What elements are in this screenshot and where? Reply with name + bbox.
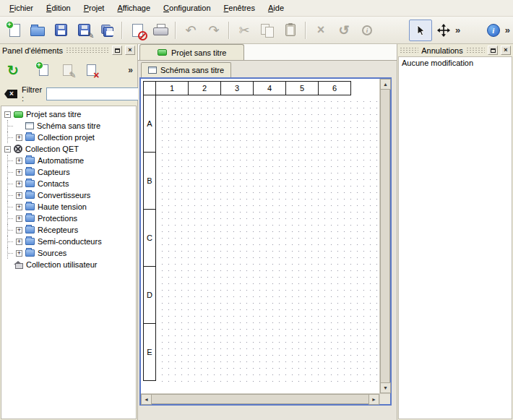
redo-button[interactable]	[202, 20, 225, 41]
save-button[interactable]	[49, 20, 72, 41]
paste-button[interactable]	[279, 20, 302, 41]
row-header: B	[143, 152, 156, 210]
toolbar-separator	[175, 22, 176, 39]
tree-item-haute-tension[interactable]: Haute tension	[1, 201, 136, 213]
horizontal-scroll-thumb[interactable]	[151, 394, 369, 404]
menu-fichier[interactable]: Fichier	[3, 1, 40, 14]
column-header: 1	[155, 81, 189, 95]
delete-button[interactable]	[309, 20, 332, 41]
tree-item-semi-conducteurs[interactable]: Semi-conducteurs	[1, 236, 136, 247]
copy-button[interactable]	[256, 20, 279, 41]
folder-icon	[25, 134, 35, 141]
tab-projet-sans-titre[interactable]: Projet sans titre	[139, 44, 244, 60]
expand-expander-icon[interactable]	[16, 169, 22, 176]
new-project-button[interactable]	[3, 20, 26, 41]
save-icon	[55, 24, 67, 36]
elements-panel-titlebar[interactable]: Panel d'éléments	[0, 44, 137, 56]
collapse-expander-icon[interactable]	[4, 146, 11, 153]
tree-item-contacts[interactable]: Contacts	[1, 178, 136, 189]
float-icon	[491, 48, 496, 53]
new-element-button[interactable]	[33, 60, 53, 80]
tree-item-protections[interactable]: Protections	[1, 213, 136, 224]
float-dock-button[interactable]	[112, 46, 122, 55]
select-mode-button[interactable]	[409, 20, 432, 41]
menu-affichage[interactable]: Affichage	[111, 1, 157, 14]
panel-extension-chevron[interactable]: »	[128, 65, 134, 75]
close-project-button[interactable]	[126, 20, 149, 41]
diagram-view[interactable]: 1 2 3 4 5 6 A B C D E	[141, 79, 379, 393]
undo-panel-titlebar[interactable]: Annulations	[397, 44, 513, 56]
cut-button[interactable]	[233, 20, 256, 41]
scroll-down-button[interactable]: ▼	[380, 382, 391, 393]
scroll-left-button[interactable]: ◄	[141, 394, 152, 405]
expand-expander-icon[interactable]	[16, 239, 22, 245]
tree-item-collection-qet[interactable]: Collection QET	[1, 143, 136, 155]
scroll-right-button[interactable]: ►	[368, 394, 379, 405]
tree-item-capteurs[interactable]: Capteurs	[1, 166, 136, 178]
close-dock-button[interactable]	[125, 46, 135, 55]
expand-expander-icon[interactable]	[16, 204, 22, 210]
collapse-expander-icon[interactable]	[4, 111, 11, 118]
tree-item-collection-projet[interactable]: Collection projet	[1, 132, 136, 143]
filter-label: Filtrer :	[22, 85, 42, 103]
schema-icon	[25, 122, 34, 129]
delete-x-icon	[317, 22, 325, 38]
vertical-scroll-thumb[interactable]	[380, 89, 390, 383]
save-as-button[interactable]	[72, 20, 95, 41]
undo-panel-dock: Annulations Aucune modification	[397, 44, 513, 420]
toolbar-extension-chevron-right[interactable]: »	[505, 25, 510, 35]
dock-grip[interactable]	[400, 47, 418, 53]
undo-button[interactable]	[179, 20, 202, 41]
save-all-button[interactable]	[95, 20, 118, 41]
edit-element-button[interactable]	[57, 60, 77, 80]
delete-element-button[interactable]	[81, 60, 101, 80]
dock-grip[interactable]	[466, 47, 485, 53]
folder-icon	[25, 168, 35, 176]
expand-expander-icon[interactable]	[16, 250, 22, 257]
expand-expander-icon[interactable]	[16, 227, 22, 233]
open-project-button[interactable]	[26, 20, 49, 41]
reload-collections-button[interactable]	[3, 60, 23, 80]
home-icon	[14, 261, 23, 269]
paste-icon	[285, 24, 296, 36]
expand-expander-icon[interactable]	[16, 181, 22, 187]
menu-edition[interactable]: Édition	[40, 1, 77, 14]
tree-item-sources[interactable]: Sources	[1, 247, 136, 259]
list-item[interactable]: Aucune modification	[399, 57, 512, 69]
print-button[interactable]	[149, 20, 172, 41]
toolbar-extension-chevron[interactable]: »	[455, 25, 460, 35]
element-info-button[interactable]	[355, 20, 379, 41]
tab-schema-sans-titre[interactable]: Schéma sans titre	[141, 62, 231, 77]
menu-projet[interactable]: Projet	[77, 1, 111, 14]
diagram-grid-paper[interactable]	[156, 95, 379, 385]
close-dock-button[interactable]	[501, 46, 511, 55]
clear-filter-icon[interactable]	[4, 90, 17, 98]
folder-icon	[25, 226, 35, 233]
folder-icon	[25, 192, 35, 199]
dock-grip[interactable]	[66, 47, 109, 53]
expand-expander-icon[interactable]	[16, 192, 22, 199]
horizontal-scrollbar[interactable]: ◄ ►	[141, 393, 379, 404]
menu-aide[interactable]: Aide	[262, 1, 290, 14]
tree-item-convertisseurs[interactable]: Convertisseurs	[1, 189, 136, 201]
folder-icon	[25, 215, 35, 222]
expand-expander-icon[interactable]	[16, 215, 22, 222]
column-header: 6	[318, 81, 351, 95]
expand-expander-icon[interactable]	[16, 134, 22, 141]
tree-item-recepteurs[interactable]: Récepteurs	[1, 224, 136, 236]
pan-mode-button[interactable]	[432, 20, 455, 41]
tree-item-automatisme[interactable]: Automatisme	[1, 155, 136, 166]
rotate-button[interactable]	[332, 20, 355, 41]
menu-configuration[interactable]: Configuration	[157, 1, 217, 14]
close-icon	[504, 47, 507, 53]
expand-expander-icon[interactable]	[16, 158, 22, 164]
tree-item-collection-utilisateur[interactable]: Collection utilisateur	[1, 259, 136, 270]
tree-item-schema[interactable]: Schéma sans titre	[1, 120, 136, 132]
menu-fenetres[interactable]: Fenêtres	[217, 1, 262, 14]
project-icon	[158, 49, 167, 56]
float-dock-button[interactable]	[488, 46, 498, 55]
vertical-scrollbar[interactable]: ▲ ▼	[379, 79, 390, 393]
scroll-up-button[interactable]: ▲	[380, 79, 391, 90]
about-button[interactable]	[482, 20, 505, 41]
tree-item-project[interactable]: Projet sans titre	[1, 108, 136, 120]
